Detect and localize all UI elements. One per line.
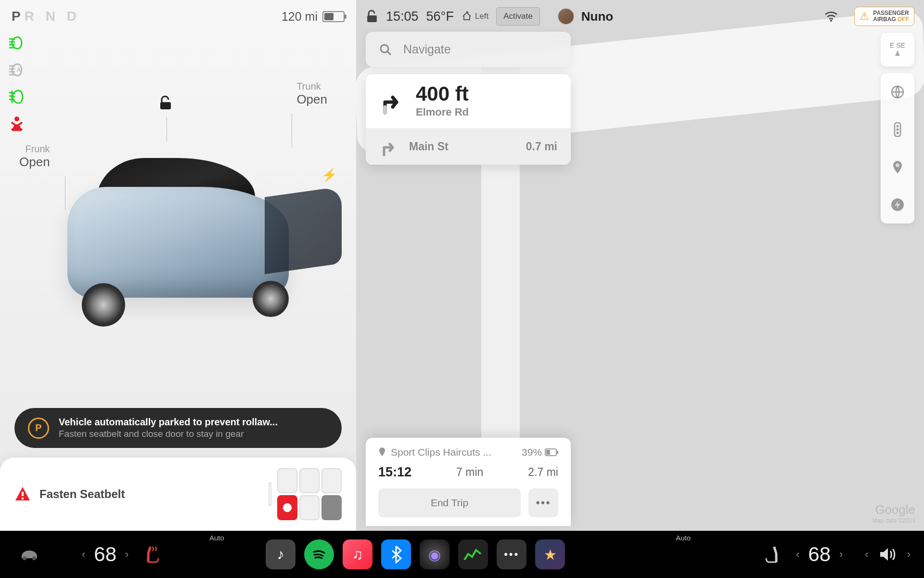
- trip-destination: Sport Clips Haircuts ...: [391, 447, 517, 458]
- seat-fl: [277, 468, 297, 493]
- svg-point-13: [896, 163, 899, 167]
- battery-icon: [322, 11, 345, 22]
- airbag-icon: ⚠: [860, 10, 869, 23]
- activate-button[interactable]: Activate: [496, 7, 539, 26]
- alert-bar[interactable]: P Vehicle automatically parked to preven…: [14, 408, 342, 448]
- trunk-label[interactable]: Trunk Open: [296, 81, 327, 107]
- profile-button[interactable]: Nuno: [557, 8, 613, 25]
- seat-rm: [299, 495, 320, 520]
- volume-icon[interactable]: [873, 547, 903, 562]
- seatbelt-text: Fasten Seatbelt: [39, 487, 125, 501]
- svg-point-19: [32, 556, 36, 560]
- compass[interactable]: E SE: [881, 33, 914, 66]
- temp-right[interactable]: 68: [803, 543, 835, 566]
- trip-distance: 2.7 mi: [528, 466, 558, 479]
- seat-fm: [299, 468, 320, 493]
- homelink-label: Left: [475, 12, 488, 21]
- map-satellite-button[interactable]: [881, 73, 914, 111]
- volume-up[interactable]: ›: [903, 548, 914, 561]
- app-apple-music[interactable]: ♫: [343, 539, 372, 569]
- app-energy[interactable]: [458, 539, 488, 569]
- park-alert-icon: P: [28, 418, 49, 439]
- nav-search[interactable]: Navigate: [366, 32, 571, 67]
- temp-right-down[interactable]: ‹: [792, 548, 803, 561]
- svg-point-10: [897, 125, 899, 128]
- gear-active: P: [12, 9, 25, 24]
- map-traffic-button[interactable]: [881, 111, 914, 148]
- trip-arrival-battery: 39%: [522, 447, 542, 458]
- seat-heat-right-button[interactable]: [753, 538, 792, 571]
- app-tray: ♪ ♫ ◉ ••• ★: [266, 539, 565, 569]
- app-spotify[interactable]: [304, 539, 334, 569]
- seat-rr: [321, 495, 342, 520]
- gear-inactive: R N D: [25, 9, 80, 24]
- svg-point-6: [830, 20, 832, 22]
- seatbelt-card[interactable]: Fasten Seatbelt: [0, 458, 356, 531]
- lock-icon[interactable]: [159, 95, 172, 110]
- svg-point-18: [23, 556, 26, 560]
- seat-fr: [321, 468, 342, 493]
- direction-distance-2: 0.7 mi: [526, 140, 557, 153]
- trip-more-button[interactable]: •••: [528, 488, 558, 517]
- svg-rect-4: [22, 498, 24, 499]
- seat-heat-left-button[interactable]: [132, 538, 172, 571]
- volume-down[interactable]: ‹: [861, 548, 872, 561]
- app-toybox[interactable]: ★: [535, 539, 565, 569]
- homelink-badge[interactable]: Left: [462, 11, 488, 22]
- temp-left-down[interactable]: ‹: [78, 548, 89, 561]
- temp-left-up[interactable]: ›: [121, 548, 132, 561]
- airbag-off: OFF: [898, 16, 909, 23]
- svg-rect-5: [367, 15, 377, 22]
- battery-icon: [545, 448, 558, 456]
- compass-e: E: [890, 41, 894, 49]
- app-dashcam[interactable]: ◉: [420, 539, 449, 569]
- map-pin-button[interactable]: [881, 148, 914, 186]
- direction-road-2: Main St: [409, 140, 449, 153]
- temp-left[interactable]: 68: [89, 543, 121, 566]
- charge-port-icon[interactable]: ⚡: [321, 168, 337, 183]
- search-placeholder: Navigate: [403, 42, 451, 56]
- app-media[interactable]: ♪: [266, 539, 295, 569]
- trunk-state: Open: [296, 92, 327, 107]
- vehicle-panel: PR N D 120 mi A Frunk Open: [0, 0, 356, 531]
- app-bluetooth[interactable]: [381, 539, 411, 569]
- svg-rect-2: [160, 102, 171, 109]
- direction-card[interactable]: 400 ft Elmore Rd Main St 0.7 mi: [366, 74, 571, 165]
- car-visualization: Frunk Open Trunk Open ⚡: [0, 33, 356, 408]
- svg-rect-16: [557, 451, 558, 454]
- alert-main-text: Vehicle automatically parked to prevent …: [59, 417, 278, 428]
- seat-diagram: [269, 468, 342, 520]
- direction-distance: 400 ft: [416, 84, 469, 104]
- bottom-bar: Auto Auto ‹ 68 › ♪ ♫ ◉ ••• ★ ‹ 68 › ‹: [0, 531, 924, 578]
- turn-right-icon: [379, 88, 404, 115]
- profile-name: Nuno: [581, 9, 613, 24]
- seat-rl-unbuckled: [277, 495, 297, 520]
- pin-icon: [378, 447, 386, 457]
- trip-eta: 15:12: [378, 465, 411, 480]
- trip-card[interactable]: Sport Clips Haircuts ... 39% 15:12 7 min…: [366, 438, 571, 526]
- map-copyright: Map data ©2023: [873, 517, 915, 524]
- trunk-title: Trunk: [296, 81, 321, 92]
- map-panel[interactable]: 15:05 56°F Left Activate Nuno ⚠ PASSENGE…: [356, 0, 924, 531]
- compass-se: SE: [896, 41, 905, 49]
- end-trip-button[interactable]: End Trip: [378, 488, 521, 517]
- airbag-badge: ⚠ PASSENGER AIRBAG OFF: [854, 7, 914, 26]
- map-charger-button[interactable]: [881, 186, 914, 223]
- lock-button[interactable]: [366, 10, 378, 23]
- map-brand: Google: [873, 502, 915, 517]
- svg-point-11: [897, 129, 899, 131]
- app-more[interactable]: •••: [497, 539, 526, 569]
- wifi-icon[interactable]: [824, 11, 838, 22]
- map-topbar: 15:05 56°F Left Activate Nuno ⚠ PASSENGE…: [356, 0, 924, 33]
- temp-right-up[interactable]: ›: [835, 548, 847, 561]
- map-side-tools: E SE: [881, 33, 914, 223]
- avatar: [557, 8, 575, 25]
- range-value: 120 mi: [282, 10, 318, 24]
- warning-icon: [14, 486, 31, 502]
- car-render: [43, 129, 313, 331]
- map-attribution: Google Map data ©2023: [873, 502, 915, 524]
- car-controls-button[interactable]: [10, 538, 49, 571]
- status-row: PR N D 120 mi: [0, 0, 356, 33]
- svg-point-7: [381, 45, 388, 53]
- direction-secondary: Main St 0.7 mi: [366, 128, 571, 165]
